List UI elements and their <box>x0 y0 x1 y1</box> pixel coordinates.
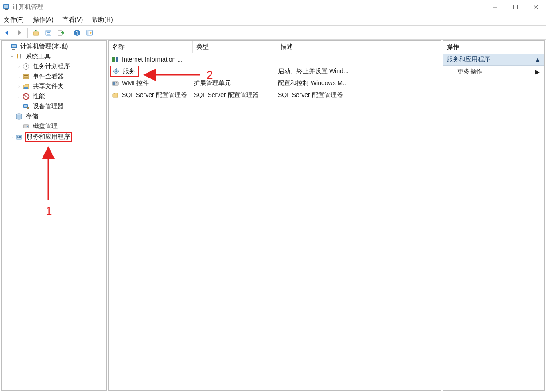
forward-button[interactable] <box>14 27 25 38</box>
folder-icon <box>111 91 119 99</box>
tree-label: 任务计划程序 <box>32 62 71 71</box>
svg-point-39 <box>115 70 117 72</box>
svg-rect-28 <box>24 105 27 107</box>
tree-label: 性能 <box>32 92 46 101</box>
list-cell-name: Internet Information ... <box>122 56 183 63</box>
list-cell-name: WMI 控件 <box>122 79 149 87</box>
collapse-icon: ▲ <box>534 56 541 63</box>
clock-icon <box>22 62 30 70</box>
tree-label: 系统工具 <box>25 52 51 61</box>
svg-point-25 <box>26 87 28 89</box>
svg-text:?: ? <box>76 30 79 35</box>
back-button[interactable] <box>2 27 12 38</box>
help-button[interactable]: ? <box>72 27 82 38</box>
minimize-button[interactable] <box>485 0 505 14</box>
menu-help[interactable]: 帮助(H) <box>92 16 113 24</box>
window-title: 计算机管理 <box>12 3 43 11</box>
column-header-desc[interactable]: 描述 <box>277 41 441 53</box>
column-header-type[interactable]: 类型 <box>193 41 277 53</box>
svg-rect-46 <box>116 82 117 83</box>
export-button[interactable] <box>55 27 66 38</box>
svg-rect-11 <box>47 34 50 35</box>
show-hide-button[interactable] <box>84 27 95 38</box>
title-bar: 计算机管理 <box>0 0 546 14</box>
actions-more-label: 更多操作 <box>457 68 482 76</box>
tree-disk-management[interactable]: 磁盘管理 <box>2 121 106 132</box>
disk-icon <box>22 122 30 130</box>
svg-rect-22 <box>24 75 28 76</box>
svg-rect-16 <box>87 30 89 35</box>
tree-root[interactable]: 计算机管理(本地) <box>2 42 106 52</box>
list-cell-name: SQL Server 配置管理器 <box>122 91 187 99</box>
close-button[interactable] <box>526 0 546 14</box>
menu-file[interactable]: 文件(F) <box>4 16 24 24</box>
actions-title: 操作 <box>443 41 544 53</box>
column-header-row: 名称 类型 描述 <box>109 41 441 53</box>
menu-view[interactable]: 查看(V) <box>62 16 83 24</box>
list-row-services[interactable]: 服务 启动、终止并设置 Wind... <box>109 65 441 77</box>
tree-storage[interactable]: ﹀ 存储 <box>2 112 106 122</box>
up-button[interactable] <box>31 27 41 38</box>
properties-button[interactable] <box>43 27 54 38</box>
tree-system-tools[interactable]: ﹀ 系统工具 <box>2 52 106 62</box>
tree-shared-folders[interactable]: › 共享文件夹 <box>2 82 106 92</box>
tools-icon <box>15 53 23 61</box>
list-cell-desc: 配置和控制 Windows M... <box>277 79 441 87</box>
toolbar-separator <box>69 28 69 38</box>
event-icon <box>22 73 30 81</box>
actions-section-header[interactable]: 服务和应用程序 ▲ <box>443 53 544 66</box>
list-row[interactable]: SQL Server 配置管理器 SQL Server 配置管理器 SQL Se… <box>109 89 441 101</box>
maximize-button[interactable] <box>505 0 526 14</box>
chevron-right-icon[interactable]: › <box>16 74 22 80</box>
toolbar: ? <box>0 26 546 40</box>
svg-rect-45 <box>113 82 115 85</box>
storage-icon <box>15 113 23 120</box>
svg-point-32 <box>27 126 28 127</box>
svg-rect-10 <box>47 32 50 33</box>
chevron-right-icon[interactable]: › <box>16 83 22 89</box>
svg-rect-7 <box>33 32 39 35</box>
list-cell-type: 扩展管理单元 <box>193 79 277 87</box>
app-icon <box>3 4 10 11</box>
actions-pane: 操作 服务和应用程序 ▲ 更多操作 ▶ <box>443 40 545 391</box>
svg-rect-18 <box>12 45 16 47</box>
tree-event-viewer[interactable]: › 事件查看器 <box>2 72 106 82</box>
chevron-right-icon: ▶ <box>535 68 540 75</box>
services-icon <box>15 133 23 141</box>
svg-rect-1 <box>4 5 8 8</box>
tree-label: 服务和应用程序 <box>25 132 72 142</box>
chevron-right-icon[interactable]: › <box>16 63 22 70</box>
wmi-icon <box>111 79 119 87</box>
svg-rect-37 <box>116 57 118 62</box>
tree-label: 磁盘管理 <box>32 122 58 131</box>
chevron-right-icon[interactable]: › <box>16 93 22 100</box>
tree-task-scheduler[interactable]: › 任务计划程序 <box>2 62 106 72</box>
list-cell-desc: 启动、终止并设置 Wind... <box>277 67 441 75</box>
chevron-right-icon[interactable]: › <box>9 134 15 140</box>
actions-header-label: 服务和应用程序 <box>447 55 490 63</box>
chevron-down-icon[interactable]: ﹀ <box>9 54 15 60</box>
svg-rect-2 <box>5 9 8 10</box>
actions-more[interactable]: 更多操作 ▶ <box>443 66 544 78</box>
list-cell-name: 服务 <box>123 67 135 75</box>
list-row[interactable]: WMI 控件 扩展管理单元 配置和控制 Windows M... <box>109 77 441 89</box>
tree-performance[interactable]: › 性能 <box>2 92 106 102</box>
tree-label: 设备管理器 <box>32 102 65 111</box>
toolbar-separator <box>27 28 28 38</box>
tree-label: 共享文件夹 <box>32 82 65 91</box>
shared-folder-icon <box>22 82 30 90</box>
tree-services-and-applications[interactable]: › 服务和应用程序 <box>2 132 106 142</box>
svg-rect-4 <box>514 5 518 9</box>
svg-rect-19 <box>12 49 15 50</box>
menu-action[interactable]: 操作(A) <box>33 16 54 24</box>
list-cell-desc: SQL Server 配置管理器 <box>277 91 441 99</box>
list-row[interactable]: Internet Information ... <box>109 53 441 65</box>
tree-device-manager[interactable]: 设备管理器 <box>2 101 106 112</box>
iis-icon <box>111 55 119 63</box>
chevron-down-icon[interactable]: ﹀ <box>9 113 15 120</box>
computer-icon <box>10 43 18 50</box>
gear-icon <box>112 67 120 75</box>
tree-label: 计算机管理(本地) <box>20 42 69 51</box>
column-header-name[interactable]: 名称 <box>109 41 193 53</box>
device-icon <box>22 102 30 110</box>
